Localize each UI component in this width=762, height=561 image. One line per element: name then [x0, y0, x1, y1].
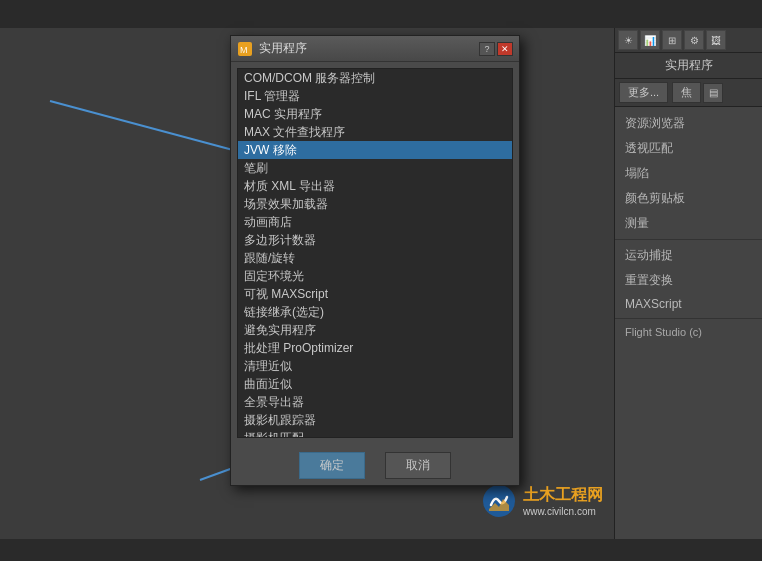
watermark-url: www.civilcn.com — [523, 506, 603, 517]
panel-item-motion-capture[interactable]: 运动捕捉 — [615, 243, 762, 268]
image-icon[interactable]: 🖼 — [706, 30, 726, 50]
svg-text:M: M — [240, 45, 248, 55]
right-panel-items: 资源浏览器 透视匹配 塌陷 颜色剪贴板 测量 运动捕捉 重置变换 MAXScri… — [615, 107, 762, 346]
right-panel-toolbar: 更多... 焦 ▤ — [615, 79, 762, 107]
panel-item-perspective-match[interactable]: 透视匹配 — [615, 136, 762, 161]
list-item[interactable]: 全景导出器 — [238, 393, 512, 411]
right-panel-title: 实用程序 — [615, 53, 762, 79]
dialog-titlebar: M 实用程序 ? ✕ — [231, 36, 519, 62]
list-item[interactable]: 曲面近似 — [238, 375, 512, 393]
watermark-site-name: 土木工程网 — [523, 485, 603, 506]
panel-item-collapse[interactable]: 塌陷 — [615, 161, 762, 186]
list-item[interactable]: 场景效果加载器 — [238, 195, 512, 213]
panel-divider-2 — [615, 318, 762, 319]
list-item[interactable]: 摄影机匹配 — [238, 429, 512, 438]
list-item[interactable]: 材质 XML 导出器 — [238, 177, 512, 195]
focus-button[interactable]: 焦 — [672, 82, 701, 103]
list-item[interactable]: 批处理 ProOptimizer — [238, 339, 512, 357]
app-icon-svg: M — [238, 42, 252, 56]
dialog-app-icon: M — [237, 41, 253, 57]
cancel-button[interactable]: 取消 — [385, 452, 451, 479]
dialog-footer: 确定 取消 — [231, 444, 519, 485]
bottom-statusbar — [0, 539, 762, 561]
grid-icon[interactable]: ⊞ — [662, 30, 682, 50]
list-item[interactable]: 多边形计数器 — [238, 231, 512, 249]
panel-item-maxscript[interactable]: MAXScript — [615, 293, 762, 315]
list-item[interactable]: JVW 移除 — [238, 141, 512, 159]
panel-icon-btn[interactable]: ▤ — [703, 83, 723, 103]
settings-icon[interactable]: ⚙ — [684, 30, 704, 50]
list-item[interactable]: 避免实用程序 — [238, 321, 512, 339]
list-item[interactable]: 跟随/旋转 — [238, 249, 512, 267]
dialog-title: 实用程序 — [259, 40, 479, 57]
top-toolbar — [0, 0, 762, 28]
flight-studio-label: Flight Studio (c) — [615, 322, 762, 342]
panel-item-color-clipboard[interactable]: 颜色剪贴板 — [615, 186, 762, 211]
panel-divider — [615, 239, 762, 240]
list-item[interactable]: 可视 MAXScript — [238, 285, 512, 303]
dialog-help-button[interactable]: ? — [479, 42, 495, 56]
ok-button[interactable]: 确定 — [299, 452, 365, 479]
dialog-controls: ? ✕ — [479, 42, 513, 56]
list-item[interactable]: 笔刷 — [238, 159, 512, 177]
more-button[interactable]: 更多... — [619, 82, 668, 103]
list-item[interactable]: 摄影机跟踪器 — [238, 411, 512, 429]
panel-item-measure[interactable]: 测量 — [615, 211, 762, 236]
list-item[interactable]: COM/DCOM 服务器控制 — [238, 69, 512, 87]
panel-item-resource-browser[interactable]: 资源浏览器 — [615, 111, 762, 136]
watermark-text: 土木工程网 www.civilcn.com — [523, 485, 603, 517]
utilities-list[interactable]: COM/DCOM 服务器控制IFL 管理器MAC 实用程序MAX 文件查找程序J… — [237, 68, 513, 438]
list-item[interactable]: 链接继承(选定) — [238, 303, 512, 321]
graph-icon[interactable]: 📊 — [640, 30, 660, 50]
list-item[interactable]: MAC 实用程序 — [238, 105, 512, 123]
right-utilities-panel: ☀ 📊 ⊞ ⚙ 🖼 实用程序 更多... 焦 ▤ 资源浏览器 透视匹配 塌陷 颜… — [614, 28, 762, 539]
dialog-close-button[interactable]: ✕ — [497, 42, 513, 56]
list-item[interactable]: 固定环境光 — [238, 267, 512, 285]
watermark-icon — [481, 483, 517, 519]
utilities-dialog: M 实用程序 ? ✕ COM/DCOM 服务器控制IFL 管理器MAC 实用程序… — [230, 35, 520, 486]
list-item[interactable]: 清理近似 — [238, 357, 512, 375]
sun-icon[interactable]: ☀ — [618, 30, 638, 50]
list-item[interactable]: IFL 管理器 — [238, 87, 512, 105]
list-item[interactable]: MAX 文件查找程序 — [238, 123, 512, 141]
list-item[interactable]: 动画商店 — [238, 213, 512, 231]
dialog-body: COM/DCOM 服务器控制IFL 管理器MAC 实用程序MAX 文件查找程序J… — [231, 62, 519, 444]
panel-item-reset-transform[interactable]: 重置变换 — [615, 268, 762, 293]
